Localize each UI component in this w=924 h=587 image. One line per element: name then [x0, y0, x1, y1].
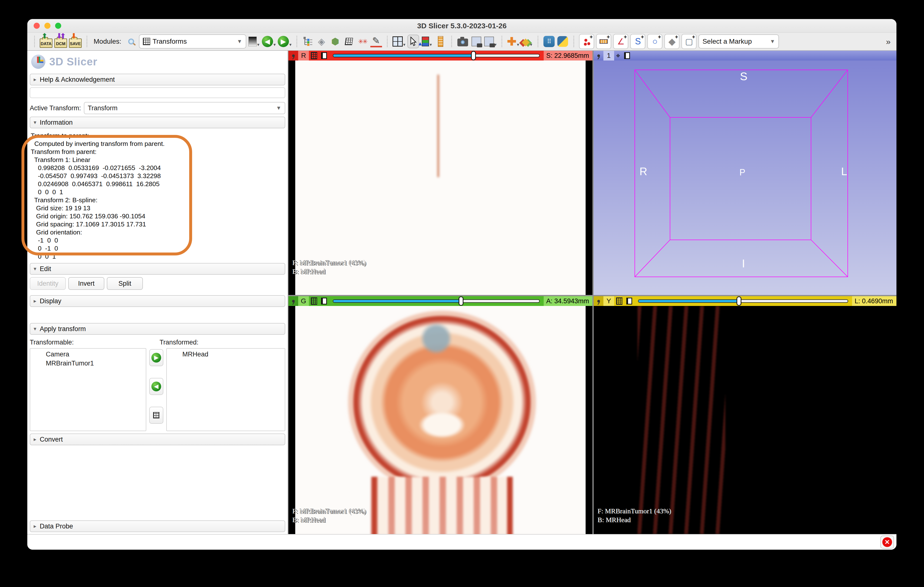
data-module-button[interactable]	[302, 35, 314, 48]
error-log-button[interactable]: ✕	[880, 536, 894, 549]
scene-view-add-button[interactable]	[470, 35, 482, 48]
pin-button[interactable]	[289, 296, 298, 306]
section-apply-transform[interactable]: ▾ Apply transform	[30, 323, 285, 335]
maximize-view-icon[interactable]	[624, 52, 630, 59]
ruler-button[interactable]	[435, 35, 446, 48]
section-data-probe[interactable]: ▸ Data Probe	[30, 521, 285, 532]
threeD-view-controller: 1 ⌖	[594, 51, 896, 61]
markup-selector[interactable]: Select a Markup ▼	[698, 35, 779, 48]
pin-button[interactable]	[594, 51, 604, 61]
slice-offset-slider[interactable]	[638, 299, 848, 303]
markup-fiducial-button[interactable]	[579, 34, 594, 49]
harden-transform-button[interactable]	[149, 407, 163, 424]
app-title: 3D Slicer	[49, 56, 97, 68]
section-information[interactable]: ▾ Information	[30, 117, 285, 128]
yellow-slice-view[interactable]: Y L: 0.4690mm	[594, 296, 896, 534]
transform-visibility-icon[interactable]	[311, 298, 317, 305]
slider-fill	[333, 55, 474, 57]
markups-module-button[interactable]: ✳✳	[357, 35, 368, 48]
pin-button[interactable]	[289, 51, 298, 61]
markup-plane-button[interactable]: ◆	[664, 34, 680, 49]
python-console-button[interactable]	[557, 35, 569, 48]
active-transform-selector[interactable]: Transform ▼	[84, 102, 285, 114]
pin-button[interactable]	[594, 296, 604, 306]
apply-transform-row: CameraMRBrainTumor1 ▶ ◀ MRHead	[30, 348, 285, 431]
slice-offset-value: A: 34.5943mm	[544, 296, 592, 306]
transform-visibility-icon[interactable]	[616, 298, 622, 305]
red-slice-view[interactable]: R S: 22.9685mm F: MRBrai	[289, 51, 592, 295]
identity-button[interactable]: Identity	[30, 277, 66, 290]
transformed-item[interactable]: MRHead	[182, 351, 285, 358]
slider-handle[interactable]	[471, 51, 476, 60]
markup-roi-button[interactable]: ▢	[681, 34, 696, 49]
yellow-view-label: Y	[604, 296, 614, 306]
crosshair-button[interactable]: ✚▾	[507, 35, 519, 48]
toolbar-overflow-button[interactable]: »	[886, 37, 893, 46]
module-selector[interactable]: Transforms ▼	[139, 35, 246, 48]
toolbar-separator	[502, 36, 502, 47]
save-button[interactable]: ⬇ SAVE	[69, 35, 82, 48]
view-link-icon[interactable]	[626, 298, 632, 304]
transformable-list[interactable]: CameraMRBrainTumor1	[30, 348, 146, 431]
screenshot-button[interactable]	[457, 35, 469, 48]
slider-handle[interactable]	[736, 296, 741, 306]
layout-selector-button[interactable]: ▾	[393, 35, 406, 48]
coronal-slice-image[interactable]	[289, 306, 592, 534]
extensions-manager-button[interactable]: ⠿	[543, 35, 555, 48]
view-link-icon[interactable]	[321, 52, 327, 59]
active-transform-label: Active Transform:	[30, 104, 81, 112]
invert-button[interactable]: Invert	[68, 277, 104, 290]
slice-offset-slider[interactable]	[333, 54, 540, 57]
main-toolbar: ⬆ DATA ⬇⬆ DCM ⬇ SAVE Modules:	[27, 33, 896, 51]
markups-module-icon: ✳✳	[357, 36, 368, 47]
camera-icon	[457, 38, 468, 46]
threeD-view[interactable]: 1 ⌖ S	[594, 51, 896, 295]
segmentations-module-button[interactable]: ⬢	[329, 35, 341, 48]
center-view-icon[interactable]: ⌖	[616, 51, 620, 60]
view-link-icon[interactable]	[321, 298, 327, 304]
transformed-list[interactable]: MRHead	[166, 348, 285, 431]
slider-handle[interactable]	[459, 296, 464, 306]
harden-grid-icon	[153, 412, 160, 418]
layout-icon	[393, 36, 403, 46]
load-dicom-button[interactable]: ⬇⬆ DCM	[54, 35, 67, 48]
module-history-button[interactable]: ▾	[248, 35, 260, 48]
section-convert[interactable]: ▸ Convert	[30, 433, 285, 445]
apply-transform-button[interactable]: ▶	[149, 349, 163, 366]
split-button[interactable]: Split	[107, 277, 143, 290]
transform-visibility-icon[interactable]	[311, 52, 317, 59]
remove-transform-button[interactable]: ◀	[149, 378, 163, 395]
load-data-button[interactable]: ⬆ DATA	[40, 35, 53, 48]
orientation-left-label: L	[841, 165, 847, 178]
transforms-module-button[interactable]	[343, 35, 355, 48]
green-slice-view[interactable]: G A: 34.5943mm	[289, 296, 592, 534]
section-edit[interactable]: ▾ Edit	[30, 263, 285, 275]
module-search-button[interactable]	[125, 35, 137, 48]
transformable-item[interactable]: Camera	[46, 351, 146, 358]
sagittal-vessel-streaks	[637, 306, 725, 534]
markup-angle-button[interactable]: ∠	[613, 34, 628, 49]
module-back-button[interactable]: ◀▾	[262, 35, 276, 48]
section-display[interactable]: ▸ Display	[30, 295, 285, 307]
edit-buttons-row: Identity Invert Split	[30, 277, 285, 290]
section-help[interactable]: ▸ Help & Acknowledgement	[30, 74, 285, 85]
markup-line-button[interactable]	[596, 34, 611, 49]
forward-arrow-icon: ▶	[278, 36, 289, 47]
models-module-button[interactable]: ◈	[316, 35, 327, 48]
left-arrow-icon: ◀	[152, 382, 161, 391]
markup-open-curve-button[interactable]: S	[630, 34, 645, 49]
scene-view-restore-button[interactable]: ▾	[484, 35, 497, 48]
module-forward-button[interactable]: ▶▾	[278, 35, 292, 48]
slice-offset-value: L: 0.4690mm	[852, 296, 896, 306]
image-edge-strip	[889, 306, 896, 534]
window-level-button[interactable]: ▾	[421, 35, 433, 48]
transformable-item[interactable]: MRBrainTumor1	[46, 360, 146, 367]
sagittal-slice-image[interactable]	[594, 306, 896, 534]
segment-editor-icon: ✎	[370, 36, 382, 47]
slice-intersections-button[interactable]: ◆▾	[521, 35, 533, 48]
toolbar-separator	[451, 36, 452, 47]
slice-offset-slider[interactable]	[333, 299, 540, 303]
segment-editor-module-button[interactable]: ✎	[370, 35, 382, 48]
measurement-line-icon	[599, 39, 608, 44]
markup-closed-curve-button[interactable]: ○	[647, 34, 662, 49]
